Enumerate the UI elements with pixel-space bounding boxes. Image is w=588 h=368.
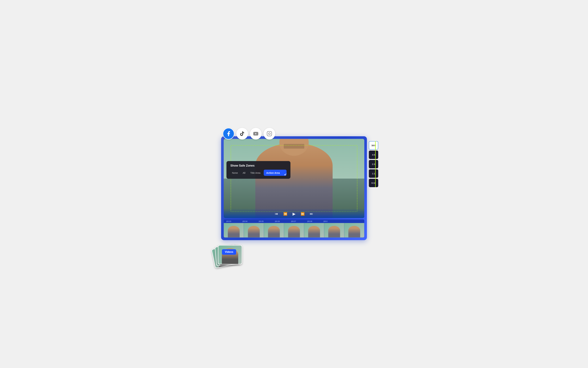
rewind-button[interactable]: ⏪ (283, 211, 288, 216)
timeline-frame-4 (284, 223, 304, 238)
aspect-connector-line (375, 141, 376, 187)
svg-rect-1 (267, 131, 272, 136)
safe-zone-action-area[interactable]: Action Area ↙ (264, 170, 287, 176)
play-button[interactable]: ▶ (292, 211, 296, 217)
timeline-ruler: |00:03 |00:04 |00:05 |00:06 |00:07 |00:0… (224, 219, 364, 223)
timeline-frames[interactable] (224, 223, 364, 238)
timeline-mark-3: |00:05 (259, 220, 275, 222)
facebook-icon[interactable] (223, 128, 234, 139)
editor-frame: 16:9 4:5 2:3 1:1 9:16 (221, 136, 367, 240)
skip-to-end-button[interactable]: ⏭ (309, 211, 314, 216)
safe-zones-popup: Show Safe Zones None All Title Area Acti… (226, 161, 290, 179)
aspect-ratio-2-3[interactable]: 2:3 (369, 160, 378, 168)
safe-zone-none[interactable]: None (230, 170, 239, 175)
timeline-frame-3 (264, 223, 284, 238)
aspect-ratio-1-1[interactable]: 1:1 (369, 169, 378, 178)
app-container: 16:9 4:5 2:3 1:1 9:16 (221, 128, 367, 240)
timeline-mark-1: |00:03 (226, 220, 243, 222)
timeline-mark-5: |00:07 (291, 220, 307, 222)
thumbnail-card-3 (218, 245, 242, 265)
aspect-ratio-4-5[interactable]: 4:5 (369, 151, 378, 159)
timeline-frame-2 (244, 223, 264, 238)
videos-badge[interactable]: Videos (222, 249, 236, 255)
instagram-icon[interactable] (263, 128, 275, 139)
timeline-frame-5 (304, 223, 324, 238)
timeline-frame-1 (224, 223, 244, 238)
video-controls: ⏮ ⏪ ▶ ⏩ ⏭ (224, 208, 364, 218)
timeline-mark-6: |00:08 (307, 220, 324, 222)
person-head (279, 139, 308, 156)
timeline: |00:03 |00:04 |00:05 |00:06 |00:07 |00:0… (224, 219, 364, 238)
skip-to-start-button[interactable]: ⏮ (274, 211, 279, 216)
safe-zone-all[interactable]: All (241, 170, 247, 175)
social-icons-row (221, 128, 367, 139)
aspect-ratio-9-16[interactable]: 9:16 (369, 179, 378, 187)
aspect-ratio-16-9[interactable]: 16:9 (369, 141, 378, 150)
aspect-ratio-sidebar: 16:9 4:5 2:3 1:1 9:16 (369, 141, 378, 187)
popup-title: Show Safe Zones (230, 164, 286, 167)
fast-forward-button[interactable]: ⏩ (300, 211, 305, 216)
timeline-mark-7: |00:0 (324, 220, 340, 222)
safe-zone-title-area[interactable]: Title Area (249, 170, 262, 175)
timeline-mark-4: |00:06 (275, 220, 291, 222)
timeline-frame-7 (344, 223, 364, 238)
tiktok-icon[interactable] (236, 128, 248, 139)
popup-options: None All Title Area Action Area ↙ (230, 170, 286, 176)
timeline-frame-6 (324, 223, 344, 238)
video-player: Show Safe Zones None All Title Area Acti… (224, 139, 364, 218)
youtube-icon[interactable] (250, 128, 262, 139)
cursor-arrow: ↙ (284, 173, 287, 176)
timeline-mark-2: |00:04 (243, 220, 259, 222)
